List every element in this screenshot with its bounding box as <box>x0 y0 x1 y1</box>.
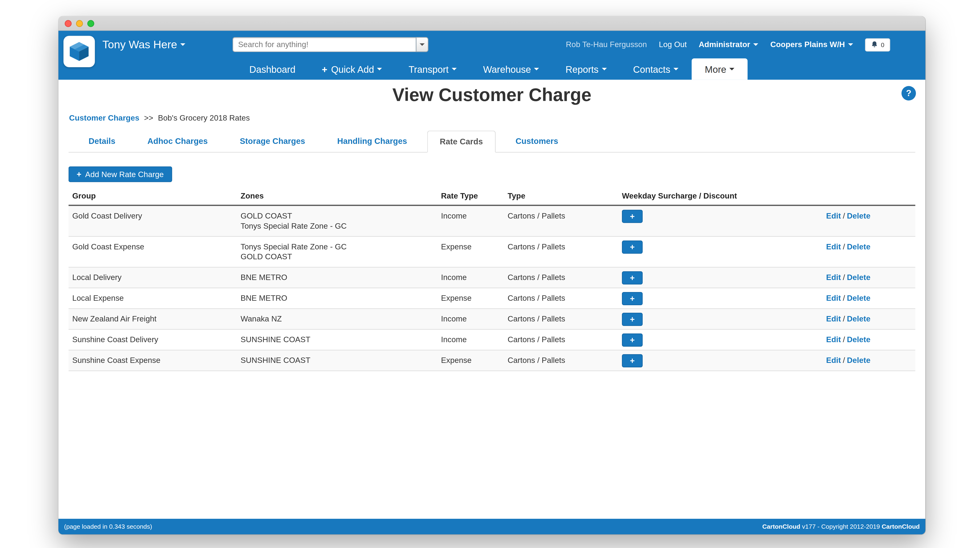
main-nav: Dashboard + Quick Add Transport Warehous… <box>59 59 925 80</box>
add-weekday-surcharge-button[interactable]: + <box>622 334 643 347</box>
edit-link[interactable]: Edit <box>826 242 841 251</box>
actions-cell: Edit/Delete <box>822 330 918 350</box>
notification-count: 0 <box>881 41 885 48</box>
nav-more[interactable]: More <box>692 59 748 80</box>
page-load-time: (page loaded in 0.343 seconds) <box>64 523 152 530</box>
delete-link[interactable]: Delete <box>847 273 870 282</box>
type-cell: Cartons / Pallets <box>504 206 618 236</box>
chevron-down-icon <box>848 43 853 46</box>
chevron-down-icon <box>420 43 425 46</box>
window-titlebar <box>59 16 925 31</box>
add-weekday-surcharge-button[interactable]: + <box>622 354 643 367</box>
add-weekday-surcharge-button[interactable]: + <box>622 313 643 326</box>
rate-type-cell: Expense <box>437 350 504 370</box>
breadcrumb-separator: >> <box>144 114 153 122</box>
app-footer: (page loaded in 0.343 seconds) CartonClo… <box>59 519 925 535</box>
notifications-button[interactable]: 0 <box>865 38 890 51</box>
search-dropdown-button[interactable] <box>416 37 428 52</box>
add-button-label: Add New Rate Charge <box>85 170 164 178</box>
delete-link[interactable]: Delete <box>847 315 870 323</box>
nav-label: Quick Add <box>331 64 374 75</box>
nav-dashboard[interactable]: Dashboard <box>236 59 309 80</box>
search-input[interactable] <box>232 37 416 52</box>
rate-type-cell: Income <box>437 309 504 329</box>
delete-link[interactable]: Delete <box>847 294 870 303</box>
tab-adhoc-charges[interactable]: Adhoc Charges <box>135 131 220 152</box>
footer-brand: CartonCloud <box>762 523 800 530</box>
group-cell: Sunshine Coast Expense <box>68 350 237 370</box>
zones-cell: BNE METRO <box>237 288 437 308</box>
help-icon[interactable]: ? <box>902 86 916 100</box>
edit-link[interactable]: Edit <box>826 212 841 221</box>
edit-link[interactable]: Edit <box>826 356 841 365</box>
close-window-button[interactable] <box>65 20 72 27</box>
zones-cell: SUNSHINE COAST <box>237 350 437 370</box>
zone-line: GOLD COAST <box>240 252 433 262</box>
add-weekday-surcharge-button[interactable]: + <box>622 271 643 284</box>
type-cell: Cartons / Pallets <box>504 350 618 370</box>
add-weekday-surcharge-button[interactable]: + <box>622 240 643 254</box>
edit-link[interactable]: Edit <box>826 315 841 323</box>
add-new-rate-charge-button[interactable]: + Add New Rate Charge <box>68 167 172 182</box>
breadcrumb-customer-charges-link[interactable]: Customer Charges <box>69 114 139 122</box>
table-row: Sunshine Coast Expense SUNSHINE COAST Ex… <box>68 350 915 371</box>
edit-link[interactable]: Edit <box>826 294 841 303</box>
nav-contacts[interactable]: Contacts <box>620 59 692 80</box>
zone-line: BNE METRO <box>240 293 433 303</box>
nav-reports[interactable]: Reports <box>552 59 620 80</box>
zoom-window-button[interactable] <box>88 20 94 27</box>
zone-line: Tonys Special Rate Zone - GC <box>240 242 433 252</box>
logout-link[interactable]: Log Out <box>659 40 687 49</box>
column-header-type: Type <box>504 188 618 205</box>
tab-storage-charges[interactable]: Storage Charges <box>228 131 317 152</box>
zones-cell: Wanaka NZ <box>237 309 437 329</box>
rate-type-cell: Income <box>437 206 504 236</box>
group-cell: Local Delivery <box>68 267 237 288</box>
warehouse-menu[interactable]: Coopers Plains W/H <box>770 40 853 49</box>
type-cell: Cartons / Pallets <box>504 267 618 288</box>
nav-warehouse[interactable]: Warehouse <box>470 59 552 80</box>
nav-label: Reports <box>566 64 598 75</box>
tab-rate-cards[interactable]: Rate Cards <box>427 131 495 152</box>
tab-details[interactable]: Details <box>76 131 127 152</box>
zone-line: SUNSHINE COAST <box>240 355 433 365</box>
nav-quick-add[interactable]: + Quick Add <box>309 59 395 80</box>
delete-link[interactable]: Delete <box>847 212 870 221</box>
chevron-down-icon <box>452 68 457 70</box>
stage: Tony Was Here Rob Te-Hau Fergusson Log O… <box>0 0 980 548</box>
tab-handling-charges[interactable]: Handling Charges <box>325 131 419 152</box>
add-weekday-surcharge-button[interactable]: + <box>622 292 643 305</box>
administrator-menu[interactable]: Administrator <box>699 40 758 49</box>
user-name: Rob Te-Hau Fergusson <box>566 40 647 49</box>
column-header-actions <box>822 188 915 205</box>
nav-transport[interactable]: Transport <box>395 59 470 80</box>
add-weekday-surcharge-button[interactable]: + <box>622 210 643 223</box>
delete-link[interactable]: Delete <box>847 356 870 365</box>
actions-cell: Edit/Delete <box>822 288 918 308</box>
group-cell: Gold Coast Expense <box>68 237 237 267</box>
chevron-down-icon <box>180 43 185 46</box>
tab-customers[interactable]: Customers <box>504 131 570 152</box>
edit-link[interactable]: Edit <box>826 273 841 282</box>
zone-line: BNE METRO <box>240 272 433 283</box>
zones-cell: Tonys Special Rate Zone - GC GOLD COAST <box>237 237 437 267</box>
actions-cell: Edit/Delete <box>822 350 918 370</box>
weekday-cell: + <box>618 206 822 236</box>
delete-link[interactable]: Delete <box>847 242 870 251</box>
brand-menu[interactable]: Tony Was Here <box>102 38 185 51</box>
edit-link[interactable]: Edit <box>826 335 841 344</box>
cartoncloud-logo[interactable] <box>64 36 95 67</box>
group-cell: Gold Coast Delivery <box>68 206 237 236</box>
weekday-cell: + <box>618 267 822 288</box>
delete-link[interactable]: Delete <box>847 335 870 344</box>
page-title: View Customer Charge <box>68 83 915 107</box>
action-separator: / <box>843 315 845 323</box>
actions-cell: Edit/Delete <box>822 267 918 288</box>
column-header-rate-type: Rate Type <box>437 188 504 205</box>
minimize-window-button[interactable] <box>76 20 83 27</box>
group-cell: New Zealand Air Freight <box>68 309 237 329</box>
actions-cell: Edit/Delete <box>822 206 918 236</box>
weekday-cell: + <box>618 288 822 308</box>
plus-icon: + <box>76 170 81 179</box>
rate-cards-table: Group Zones Rate Type Type Weekday Surch… <box>68 188 915 371</box>
